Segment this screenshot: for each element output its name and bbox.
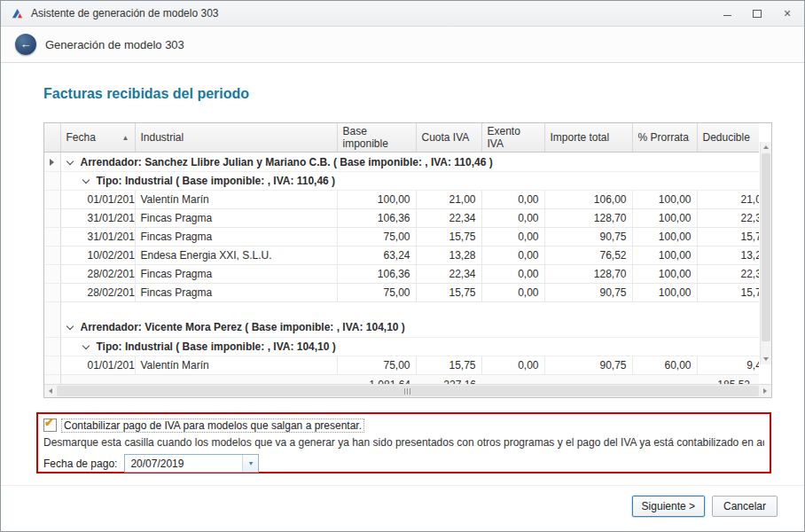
grid-viewport: Fecha▲IndustrialBase imponibleCuota IVAE…: [44, 123, 759, 384]
subgroup-cell: Tipo: Industrial ( Base imponible: , IVA…: [60, 338, 759, 356]
row-gutter: [44, 338, 60, 356]
column-header-fecha[interactable]: Fecha▲: [60, 123, 135, 153]
cell-base-imponible: 75,00: [337, 356, 416, 375]
group-row[interactable]: Arrendador: Sanchez Llibre Julian y Mari…: [44, 153, 759, 172]
summary-exento-iva: [481, 375, 544, 385]
scrollbar-grip-icon: [404, 388, 412, 395]
row-gutter: [44, 375, 60, 385]
row-gutter: [44, 265, 60, 284]
siguiente-button[interactable]: Siguiente >: [632, 496, 705, 517]
cell-deducible: 15,75: [697, 228, 759, 246]
cell-fecha: 31/01/2019: [60, 228, 135, 246]
cell-cuota-iva: 22,34: [416, 209, 481, 228]
vertical-scrollbar-thumb[interactable]: [762, 153, 770, 341]
cancelar-button[interactable]: Cancelar: [712, 496, 778, 517]
summary-industrial: [135, 375, 337, 385]
cell-deducible: 15,75: [697, 284, 759, 302]
contabilizar-checkbox[interactable]: ✔: [43, 419, 57, 432]
column-header-industrial[interactable]: Industrial: [135, 123, 337, 153]
horizontal-scrollbar[interactable]: [44, 384, 771, 397]
options-description: Desmarque esta casilla cuando los modelo…: [43, 436, 764, 449]
table-row[interactable]: 31/01/2019Fincas Pragma75,0015,750,0090,…: [44, 228, 759, 246]
cell-exento-iva: 0,00: [481, 246, 544, 265]
cell-base-imponible: 106,36: [337, 265, 416, 284]
fecha-pago-input[interactable]: 20/07/2019 ▼: [124, 454, 259, 473]
window-controls: ×: [719, 6, 795, 20]
cell-deducible: 22,34: [697, 209, 759, 228]
collapse-chevron-icon[interactable]: [66, 157, 73, 164]
row-gutter: [44, 246, 60, 265]
group-cell: Arrendador: Sanchez Llibre Julian y Mari…: [60, 153, 759, 172]
subgroup-row[interactable]: Tipo: Industrial ( Base imponible: , IVA…: [44, 172, 759, 191]
cell-cuota-iva: 15,75: [416, 284, 481, 302]
column-header-cuota-iva[interactable]: Cuota IVA: [416, 123, 481, 153]
collapse-chevron-icon[interactable]: [82, 342, 89, 349]
group-cell: Arrendador: Vicente Mora Perez ( Base im…: [60, 318, 759, 338]
cell-prorrata: 60,00: [632, 356, 697, 375]
vertical-scrollbar[interactable]: [760, 142, 771, 364]
subgroup-label: Tipo: Industrial ( Base imponible: , IVA…: [97, 340, 336, 353]
fecha-pago-row: Fecha de pago: 20/07/2019 ▼: [43, 454, 764, 473]
table-row[interactable]: 01/01/2019Valentín Marín100,0021,000,001…: [44, 191, 759, 209]
restore-button[interactable]: [749, 6, 765, 20]
cell-industrial: Fincas Pragma: [135, 265, 337, 284]
contabilizar-checkbox-label[interactable]: Contabilizar pago de IVA para modelos qu…: [62, 419, 363, 432]
check-icon: ✔: [44, 416, 54, 429]
cell-fecha: 10/02/2019: [60, 246, 135, 265]
window-title: Asistente de generación de modelo 303: [31, 7, 218, 20]
column-header-exento-iva[interactable]: Exento IVA: [481, 123, 544, 153]
scroll-down-icon[interactable]: [763, 357, 769, 361]
column-header-base-imponible[interactable]: Base imponible: [337, 123, 416, 153]
column-header-deducible[interactable]: Deducible: [697, 123, 759, 153]
cell-importe-total: 90,75: [544, 284, 632, 302]
summary-row: 1.081,64227,16185,52: [44, 375, 759, 385]
grid-body: Arrendador: Sanchez Llibre Julian y Mari…: [44, 153, 759, 385]
close-button[interactable]: ×: [779, 6, 795, 20]
scroll-up-icon[interactable]: [763, 145, 769, 149]
summary-prorrata: [632, 375, 697, 385]
subgroup-row[interactable]: Tipo: Industrial ( Base imponible: , IVA…: [44, 338, 759, 356]
back-button[interactable]: ←: [15, 34, 36, 55]
focused-row-indicator-icon: [50, 159, 54, 166]
cell-prorrata: 100,00: [632, 246, 697, 265]
fecha-pago-label: Fecha de pago:: [43, 458, 117, 470]
minimize-button[interactable]: [719, 6, 735, 20]
summary-cuota-iva: 227,16: [416, 375, 481, 385]
cell-importe-total: 90,75: [544, 356, 632, 375]
table-row[interactable]: 10/02/2019Endesa Energia XXI, S.L.U.63,2…: [44, 246, 759, 265]
cell-importe-total: 128,70: [544, 265, 632, 284]
invoices-grid: Fecha▲IndustrialBase imponibleCuota IVAE…: [43, 122, 772, 398]
titlebar[interactable]: Asistente de generación de modelo 303 ×: [1, 1, 804, 27]
app-logo-icon: [10, 6, 24, 20]
table-row[interactable]: 28/02/2019Fincas Pragma75,0015,750,0090,…: [44, 284, 759, 302]
cell-exento-iva: 0,00: [481, 191, 544, 209]
cell-cuota-iva: 21,00: [416, 191, 481, 209]
sort-asc-icon: ▲: [122, 134, 129, 142]
table-row[interactable]: 28/02/2019Fincas Pragma106,3622,340,0012…: [44, 265, 759, 284]
column-header-label: Exento IVA: [488, 125, 520, 150]
calendar-dropdown-button[interactable]: ▼: [242, 455, 258, 472]
group-label: Arrendador: Sanchez Llibre Julian y Mari…: [81, 156, 493, 168]
cell-base-imponible: 63,24: [337, 246, 416, 265]
cell-cuota-iva: 22,34: [416, 265, 481, 284]
cell-exento-iva: 0,00: [481, 265, 544, 284]
table-row[interactable]: 31/01/2019Fincas Pragma106,3622,340,0012…: [44, 209, 759, 228]
cell-base-imponible: 75,00: [337, 228, 416, 246]
table-row[interactable]: 01/01/2019Valentín Marín75,0015,750,0090…: [44, 356, 759, 375]
cell-prorrata: 100,00: [632, 228, 697, 246]
cell-deducible: 21,00: [697, 191, 759, 209]
spacer: [60, 302, 759, 318]
horizontal-scrollbar-thumb[interactable]: [57, 386, 759, 396]
collapse-chevron-icon[interactable]: [82, 176, 89, 184]
subgroup-label: Tipo: Industrial ( Base imponible: , IVA…: [97, 175, 336, 187]
collapse-chevron-icon[interactable]: [66, 323, 73, 330]
group-row[interactable]: Arrendador: Vicente Mora Perez ( Base im…: [44, 318, 759, 338]
column-header-importe-total[interactable]: Importe total: [544, 123, 632, 153]
column-header-label: Fecha: [66, 131, 96, 144]
column-header-prorrata[interactable]: % Prorrata: [632, 123, 697, 153]
cell-prorrata: 100,00: [632, 265, 697, 284]
scroll-right-icon[interactable]: [763, 388, 767, 394]
scroll-left-icon[interactable]: [49, 388, 52, 394]
cell-fecha: 01/01/2019: [60, 191, 135, 209]
cell-fecha: 31/01/2019: [60, 209, 135, 228]
